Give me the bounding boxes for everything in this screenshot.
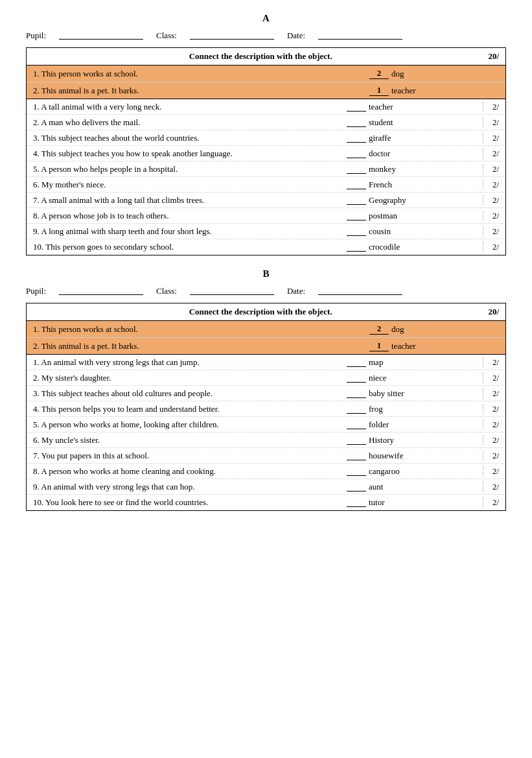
question-row: 7. You put papers in this at school.hous… [27,448,505,464]
question-score: 2/ [483,482,499,492]
question-score: 2/ [483,195,499,206]
worksheet-header-a: Connect the description with the object.… [27,48,505,65]
answer-word: French [369,180,421,190]
worksheet-score-a: 20/ [488,51,499,62]
worksheet-header-title-b: Connect the description with the object. [33,307,488,317]
pupil-line-b: Pupil: Class: Date: [26,286,506,296]
question-score: 2/ [483,102,499,112]
answer-blank[interactable] [347,196,366,205]
answer-word: crocodile [369,242,421,252]
question-score: 2/ [483,435,499,445]
question-row: 5. A person who works at home, looking a… [27,417,505,432]
worksheet-b: Connect the description with the object.… [26,303,506,511]
worksheet-score-b: 20/ [488,307,499,317]
questions-a: 1. A tall animal with a very long neck.t… [27,99,505,255]
answer-blank[interactable] [347,134,366,143]
question-row: 5. A person who helps people in a hospit… [27,161,505,177]
answer-blank[interactable] [347,389,366,398]
question-score: 2/ [483,373,499,383]
class-field-b[interactable] [190,286,274,295]
example-b-2-answer: 1 [369,340,389,351]
answer-word: folder [369,420,421,430]
worksheet-header-title-a: Connect the description with the object. [33,51,488,62]
pupil-line-a: Pupil: Class: Date: [26,30,506,41]
question-row: 3. This subject teaches about old cultur… [27,386,505,401]
question-row: 8. A person who works at home cleaning a… [27,464,505,479]
section-b-title: B [26,268,506,279]
answer-blank[interactable] [347,149,366,158]
answer-blank[interactable] [347,405,366,414]
example-a-1-answer: 2 [369,68,389,79]
question-row: 1. An animal with very strong legs that … [27,355,505,370]
date-field-b[interactable] [318,286,402,295]
answer-word: postman [369,211,421,221]
question-score: 2/ [483,388,499,399]
answer-blank[interactable] [347,420,366,429]
answer-blank[interactable] [347,373,366,383]
question-row: 10. You look here to see or find the wor… [27,495,505,510]
question-row: 4. This person helps you to learn and un… [27,401,505,417]
answer-blank[interactable] [347,436,366,445]
question-score: 2/ [483,497,499,508]
answer-word: giraffe [369,133,421,143]
answer-word: student [369,117,421,128]
question-row: 6. My uncle's sister.History2/ [27,432,505,448]
answer-word: baby sitter [369,388,421,399]
section-a: A Pupil: Class: Date: Connect the descri… [26,13,506,255]
example-a-1-word: dog [391,69,404,79]
answer-blank[interactable] [347,451,366,460]
example-row-b-1: 1. This person works at school. 2 dog [27,321,505,338]
answer-word: frog [369,404,421,414]
example-row-a-1: 1. This person works at school. 2 dog [27,65,505,82]
example-b-2-text: This animal is a pet. It barks. [41,341,139,351]
answer-blank[interactable] [347,165,366,174]
question-score: 2/ [483,226,499,237]
question-row: 2. A man who delivers the mail.student2/ [27,115,505,130]
answer-word: doctor [369,148,421,159]
section-a-title: A [26,13,506,24]
question-score: 2/ [483,404,499,414]
question-score: 2/ [483,420,499,430]
answer-blank[interactable] [347,227,366,236]
question-score: 2/ [483,211,499,221]
answer-blank[interactable] [347,482,366,492]
example-b-2-word: teacher [391,341,416,351]
answer-blank[interactable] [347,102,366,112]
answer-word: cangaroo [369,466,421,477]
question-score: 2/ [483,451,499,461]
example-b-2-num: 2. [33,341,40,351]
question-row: 9. An animal with very strong legs that … [27,479,505,495]
answer-blank[interactable] [347,211,366,220]
answer-blank[interactable] [347,180,366,189]
example-a-2-num: 2. [33,86,40,95]
example-row-b-2: 2. This animal is a pet. It barks. 1 tea… [27,338,505,355]
pupil-field-a[interactable] [59,30,143,40]
answer-word: Geography [369,195,421,206]
question-row: 10. This person goes to secondary school… [27,239,505,255]
answer-blank[interactable] [347,467,366,476]
example-a-1-num: 1. [33,69,40,78]
question-score: 2/ [483,242,499,252]
example-b-1-answer: 2 [369,324,389,335]
class-field-a[interactable] [190,30,274,40]
answer-blank[interactable] [347,498,366,507]
answer-blank[interactable] [347,243,366,252]
class-label-a: Class: [156,30,177,41]
pupil-field-b[interactable] [59,286,143,295]
date-field-a[interactable] [318,30,402,40]
class-label-b: Class: [156,286,177,296]
answer-word: monkey [369,164,421,174]
answer-word: cousin [369,226,421,237]
answer-word: History [369,435,421,445]
question-row: 7. A small animal with a long tail that … [27,193,505,208]
question-row: 8. A person whose job is to teach others… [27,208,505,224]
answer-blank[interactable] [347,118,366,127]
answer-word: niece [369,373,421,383]
date-label-a: Date: [287,30,305,41]
example-row-a-2: 2. This animal is a pet. It barks. 1 tea… [27,82,505,99]
worksheet-header-b: Connect the description with the object.… [27,303,505,321]
example-b-1-text: This person works at school. [41,324,138,334]
answer-blank[interactable] [347,358,366,367]
section-b: B Pupil: Class: Date: Connect the descri… [26,268,506,511]
example-a-1-text: This person works at school. [41,69,138,78]
